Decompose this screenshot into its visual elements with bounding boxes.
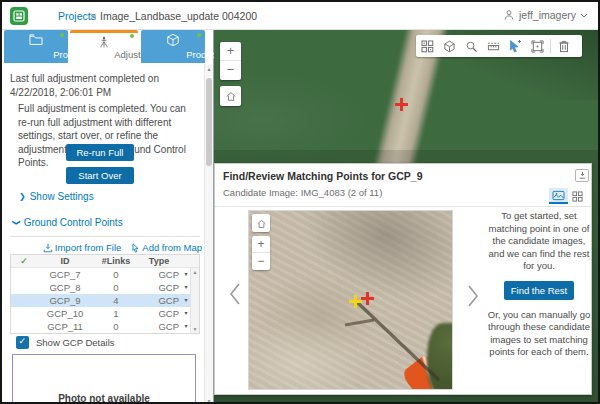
panel-scrollbar[interactable]: ▲ ▼ (204, 64, 213, 404)
start-over-button[interactable]: Start Over (66, 167, 134, 184)
gcp-section-title: Ground Control Points (24, 217, 123, 228)
map-zoom-control: + − (220, 42, 241, 80)
gcp-table-header: ✓ ID #Links Type (11, 255, 199, 268)
matching-instructions: To get started, set matching point in on… (487, 210, 591, 359)
photo-not-available-text: Photo not available (13, 393, 195, 404)
gcp-section-toggle[interactable]: ❯ Ground Control Points (13, 217, 123, 228)
instruction-primary: To get started, set matching point in on… (487, 210, 591, 273)
app-window: Projects > Image_Landbase_update 004200 … (0, 0, 600, 404)
select-all-check-icon[interactable]: ✓ (11, 255, 37, 268)
gcp-table: ✓ ID #Links Type GCP_7 0 GCP ▾ GCP_8 0 G… (10, 254, 200, 334)
checkbox-checked-icon[interactable] (16, 336, 29, 349)
chevron-right-icon: ❯ (19, 192, 26, 201)
chevron-right-icon (467, 284, 479, 308)
delete-button[interactable] (553, 35, 575, 57)
map-cursor-icon (131, 243, 140, 253)
rerun-full-button[interactable]: Re-run Full (66, 144, 134, 161)
overview-extent-button[interactable] (526, 35, 548, 57)
show-gcp-details-label: Show GCP Details (36, 337, 115, 348)
table-scrollbar[interactable]: ▲ ▼ (190, 268, 199, 333)
candidate-collection-button[interactable] (416, 35, 438, 57)
image-zoom-out-button[interactable]: − (252, 253, 270, 270)
add-from-map-link[interactable]: Add from Map (131, 242, 202, 253)
import-icon (43, 243, 53, 253)
scrollbar-thumb[interactable] (206, 78, 212, 166)
column-header-links: #Links (93, 255, 139, 268)
gcp-actions: Import from File Add from Map (2, 242, 202, 253)
map-toolbar (416, 35, 582, 57)
home-icon (256, 218, 267, 229)
status-dot (60, 33, 64, 37)
image-zoom-in-button[interactable]: + (252, 236, 270, 253)
top-bar: Projects > Image_Landbase_update 004200 … (2, 2, 598, 30)
candidate-collection-icon (421, 40, 434, 53)
gcp-row-gcp7[interactable]: GCP_7 0 GCP ▾ (11, 268, 199, 281)
candidate-image-viewer[interactable]: + − (248, 210, 453, 390)
home-icon (225, 90, 237, 102)
status-dot (130, 34, 134, 38)
user-caret-icon (580, 13, 588, 18)
user-menu[interactable]: jeff_imagery (503, 9, 588, 21)
previous-image-button[interactable] (229, 282, 241, 310)
find-the-rest-button[interactable]: Find the Rest (504, 281, 575, 300)
measure-button[interactable] (482, 35, 504, 57)
image-home-button[interactable] (252, 214, 270, 232)
scroll-up-icon[interactable]: ▲ (205, 66, 213, 72)
single-image-view-button[interactable] (549, 188, 568, 204)
divider (10, 236, 200, 237)
tab-project[interactable]: Project (4, 30, 68, 63)
status-dot (197, 33, 201, 37)
home-extent-button[interactable] (220, 86, 241, 106)
user-icon (503, 9, 515, 21)
delete-icon (558, 40, 570, 53)
adjustment-icon (97, 36, 111, 49)
image-zoom-control: + − (252, 236, 270, 270)
single-image-view-icon (552, 190, 565, 201)
gcp-map-marker[interactable] (395, 98, 408, 111)
basemap-hexagon-icon (443, 40, 456, 53)
folder-icon (29, 33, 44, 46)
tab-products[interactable]: Products (141, 30, 205, 63)
select-gcp-tool-button[interactable] (504, 35, 526, 57)
gcp-projected-marker (361, 292, 374, 305)
column-header-type: Type (139, 255, 181, 268)
adjustment-status-text: Last full adjustment completed on 4/22/2… (10, 72, 200, 99)
show-gcp-details-checkbox[interactable]: Show GCP Details (16, 336, 115, 349)
gcp-photo-preview: Photo not available (12, 354, 196, 404)
gcp-row-gcp8[interactable]: GCP_8 0 GCP ▾ (11, 281, 199, 294)
collapse-panel-button[interactable] (575, 169, 589, 182)
scroll-up-icon[interactable]: ▲ (191, 269, 199, 275)
divider (215, 206, 591, 207)
matching-points-panel: Find/Review Matching Points for GCP_9 Ca… (214, 163, 592, 395)
tab-adjustment[interactable]: Adjustment (70, 30, 138, 63)
next-image-button[interactable] (467, 284, 479, 312)
candidate-image-label: Candidate Image: IMG_4083 (2 of 11) (223, 187, 382, 198)
breadcrumb-current-project: Image_Landbase_update 004200 (100, 10, 257, 22)
gcp-row-gcp11[interactable]: GCP_11 0 GCP ▾ (11, 320, 199, 333)
zoom-out-button[interactable]: − (220, 61, 241, 80)
show-settings-label: Show Settings (30, 191, 94, 202)
zoom-in-button[interactable]: + (220, 42, 241, 61)
adjustment-panel: Project Adjustment Products Last full ad… (2, 30, 214, 404)
scroll-down-icon[interactable]: ▼ (205, 398, 213, 404)
gcp-row-gcp10[interactable]: GCP_10 1 GCP ▾ (11, 307, 199, 320)
breadcrumb-separator: > (90, 10, 96, 22)
app-logo-icon[interactable] (10, 7, 28, 25)
username-label: jeff_imagery (519, 9, 576, 21)
overview-extent-icon (531, 40, 544, 53)
grid-view-button[interactable] (568, 188, 587, 204)
basemap-button[interactable] (438, 35, 460, 57)
map-view[interactable]: + − (214, 30, 600, 404)
cube-icon (166, 33, 180, 47)
collapse-panel-icon (578, 171, 587, 180)
gcp-row-gcp9-selected[interactable]: GCP_9 4 GCP ▾ (11, 294, 199, 307)
scroll-down-icon[interactable]: ▼ (191, 326, 199, 332)
select-gcp-tool-icon (508, 39, 522, 53)
import-from-file-link[interactable]: Import from File (43, 242, 122, 253)
toolbar-separator (550, 39, 551, 53)
search-icon (465, 40, 478, 53)
search-button[interactable] (460, 35, 482, 57)
matching-panel-title: Find/Review Matching Points for GCP_9 (223, 170, 423, 182)
show-settings-toggle[interactable]: ❯ Show Settings (19, 191, 94, 202)
chevron-left-icon (229, 282, 241, 306)
